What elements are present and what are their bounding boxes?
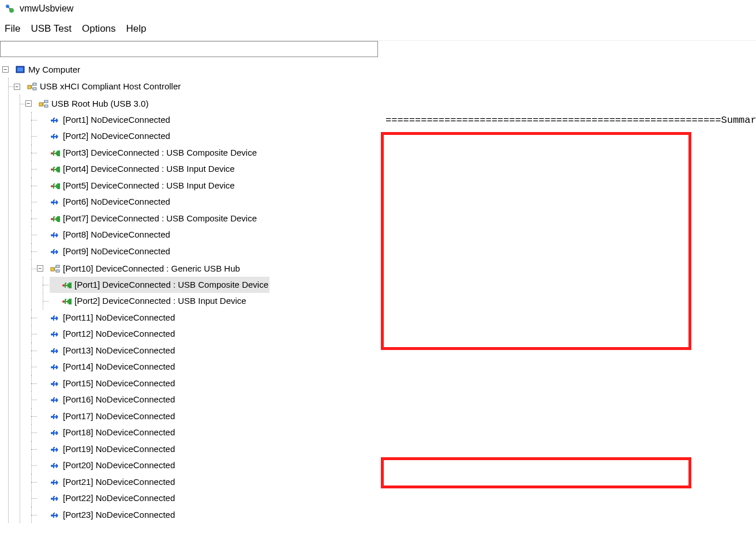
tree-port[interactable]: [Port4] DeviceConnected : USB Input Devi…: [38, 161, 236, 177]
tree-label: USB xHCI Compliant Host Controller: [40, 78, 181, 95]
usb-port-icon: [50, 115, 59, 125]
usb-port-icon: [50, 329, 59, 338]
tree-label: [Port1] NoDeviceConnected: [63, 112, 170, 128]
tree-port[interactable]: [Port16] NoDeviceConnected: [38, 392, 176, 408]
device-tree[interactable]: − My Computer − USB xHCI Compliant Hos: [0, 57, 381, 530]
filter-input[interactable]: [0, 41, 378, 57]
menu-usb-test[interactable]: USB Test: [31, 23, 72, 35]
main-split: − My Computer − USB xHCI Compliant Hos: [0, 57, 756, 530]
tree-port[interactable]: −[Port10] DeviceConnected : Generic USB …: [38, 261, 241, 277]
tree-label: [Port14] NoDeviceConnected: [63, 359, 175, 375]
details-pane: ========================================…: [381, 57, 756, 530]
tree-port[interactable]: [Port2] DeviceConnected : USB Input Devi…: [50, 293, 248, 309]
usb-port-icon: [50, 313, 59, 322]
tree-port[interactable]: [Port11] NoDeviceConnected: [38, 310, 176, 326]
svg-rect-25: [56, 270, 59, 272]
tree-label: [Port21] NoDeviceConnected: [63, 474, 175, 490]
svg-point-12: [51, 152, 53, 155]
usb-device-icon: [50, 181, 59, 190]
tree-port[interactable]: [Port7] DeviceConnected : USB Composite …: [38, 210, 258, 227]
tree-label: [Port13] NoDeviceConnected: [63, 342, 175, 359]
tree-label: [Port4] DeviceConnected : USB Input Devi…: [63, 161, 235, 177]
tree-port[interactable]: [Port8] NoDeviceConnected: [38, 227, 171, 243]
svg-point-41: [51, 498, 53, 500]
expander-icon[interactable]: −: [2, 66, 9, 73]
tree-label: [Port16] NoDeviceConnected: [63, 392, 175, 408]
tree-port[interactable]: [Port2] NoDeviceConnected: [38, 128, 171, 144]
svg-point-18: [51, 201, 53, 204]
svg-rect-23: [51, 268, 54, 271]
usb-port-icon: [50, 412, 59, 421]
tree-port[interactable]: [Port21] NoDeviceConnected: [38, 474, 176, 490]
svg-point-34: [51, 383, 53, 385]
tree-label: [Port18] NoDeviceConnected: [63, 424, 175, 441]
tree-label: [Port3] DeviceConnected : USB Composite …: [63, 145, 257, 161]
tree-port[interactable]: [Port15] NoDeviceConnected: [38, 375, 176, 392]
svg-rect-3: [17, 67, 23, 71]
tree-controller[interactable]: − USB xHCI Compliant Host Controller: [15, 78, 182, 95]
highlight-box-vid-pid: [381, 457, 691, 488]
computer-icon: [16, 65, 25, 74]
svg-point-39: [51, 465, 53, 467]
titlebar: vmwUsbview: [0, 0, 756, 17]
svg-point-11: [51, 136, 53, 138]
tree-port[interactable]: [Port12] NoDeviceConnected: [38, 326, 176, 342]
svg-point-22: [51, 251, 53, 253]
tree-port[interactable]: [Port23] NoDeviceConnected: [38, 507, 176, 523]
svg-rect-15: [57, 167, 60, 172]
svg-rect-5: [33, 83, 36, 85]
svg-point-35: [51, 399, 53, 401]
tree-label: [Port9] NoDeviceConnected: [63, 243, 170, 259]
expander-icon[interactable]: −: [37, 265, 43, 272]
tree-port[interactable]: [Port13] NoDeviceConnected: [38, 342, 176, 359]
usb-port-icon: [50, 197, 59, 206]
svg-point-30: [51, 317, 53, 319]
menu-help[interactable]: Help: [126, 23, 147, 35]
menu-file[interactable]: File: [5, 23, 20, 35]
usb-port-icon: [50, 445, 59, 454]
menu-options[interactable]: Options: [82, 23, 116, 35]
svg-point-32: [51, 350, 53, 352]
tree-port[interactable]: [Port22] NoDeviceConnected: [38, 490, 176, 506]
svg-point-26: [62, 284, 65, 287]
tree-root[interactable]: − My Computer: [3, 62, 81, 78]
hub-icon: [50, 264, 59, 273]
tree-port[interactable]: [Port19] NoDeviceConnected: [38, 441, 176, 457]
usb-port-icon: [50, 395, 59, 404]
svg-point-14: [51, 168, 53, 171]
svg-rect-7: [39, 103, 43, 106]
controller-icon: [27, 82, 36, 91]
svg-rect-24: [56, 265, 59, 268]
usb-port-icon: [50, 477, 59, 487]
svg-point-33: [51, 366, 53, 368]
tree-label: [Port7] DeviceConnected : USB Composite …: [63, 210, 257, 227]
tree-port[interactable]: [Port9] NoDeviceConnected: [38, 243, 171, 259]
svg-rect-13: [57, 150, 60, 156]
tree-port[interactable]: [Port20] NoDeviceConnected: [38, 457, 176, 473]
tree-port[interactable]: [Port6] NoDeviceConnected: [38, 194, 171, 210]
expander-icon[interactable]: −: [14, 84, 20, 90]
svg-rect-6: [33, 88, 36, 90]
tree-label: [Port22] NoDeviceConnected: [63, 490, 175, 506]
tree-port[interactable]: [Port3] DeviceConnected : USB Composite …: [38, 145, 258, 161]
tree-port[interactable]: [Port1] NoDeviceConnected: [38, 112, 171, 128]
usb-port-icon: [50, 247, 59, 256]
tree-label: [Port2] DeviceConnected : USB Input Devi…: [74, 293, 246, 309]
svg-rect-17: [57, 183, 60, 189]
svg-point-21: [51, 234, 53, 236]
tree-port[interactable]: [Port17] NoDeviceConnected: [38, 408, 176, 424]
tree-port[interactable]: [Port1] DeviceConnected : USB Composite …: [50, 277, 270, 293]
tree-label: My Computer: [28, 62, 80, 78]
tree-port[interactable]: [Port14] NoDeviceConnected: [38, 359, 176, 375]
expander-icon[interactable]: −: [25, 100, 32, 107]
tree-label: [Port6] NoDeviceConnected: [63, 194, 170, 210]
usb-device-icon: [62, 280, 71, 289]
tree-root-hub[interactable]: − USB Root Hub (USB 3.0): [27, 96, 149, 112]
tree-port[interactable]: [Port18] NoDeviceConnected: [38, 424, 176, 441]
usb-device-icon: [50, 148, 59, 157]
usb-port-icon: [50, 494, 59, 503]
tree-label: [Port11] NoDeviceConnected: [63, 310, 175, 326]
tree-port[interactable]: [Port5] DeviceConnected : USB Input Devi…: [38, 178, 236, 194]
tree-label: [Port5] DeviceConnected : USB Input Devi…: [63, 178, 235, 194]
menubar: File USB Test Options Help: [0, 17, 756, 41]
